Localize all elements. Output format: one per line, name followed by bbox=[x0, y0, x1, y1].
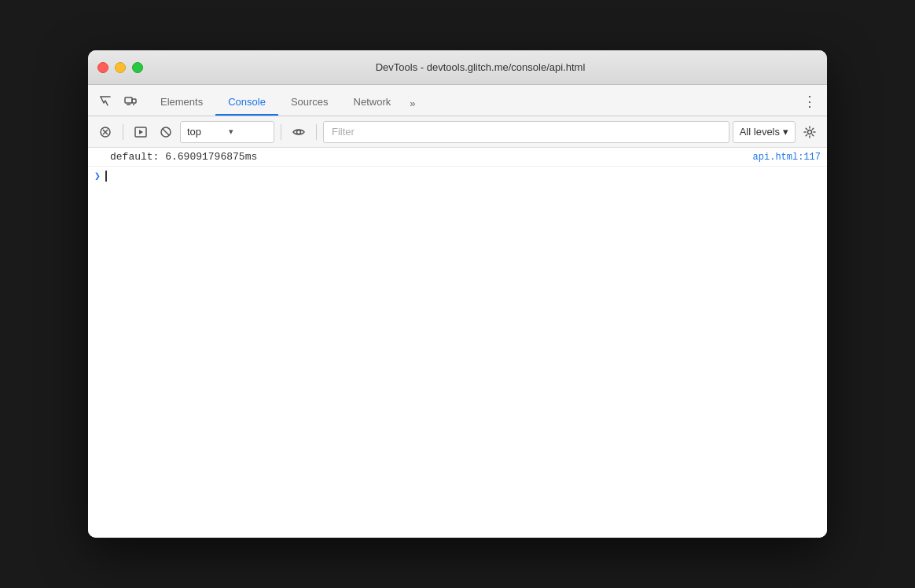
svg-point-12 bbox=[808, 130, 812, 134]
context-selector[interactable]: top ▾ bbox=[180, 121, 274, 143]
tab-sources[interactable]: Sources bbox=[278, 91, 341, 116]
toolbar-divider-3 bbox=[316, 124, 317, 140]
log-source-link[interactable]: api.html:117 bbox=[753, 152, 821, 163]
maximize-button[interactable] bbox=[132, 62, 143, 73]
toolbar-divider-2 bbox=[281, 124, 281, 140]
prompt-arrow-icon[interactable]: ❯ bbox=[94, 170, 101, 182]
tab-bar: Elements Console Sources Network » ⋮ bbox=[88, 85, 827, 116]
device-toolbar-button[interactable] bbox=[119, 90, 141, 112]
toolbar-divider-1 bbox=[123, 124, 123, 140]
devtools-window: DevTools - devtools.glitch.me/console/ap… bbox=[88, 50, 827, 538]
clear-console-button[interactable] bbox=[94, 121, 116, 143]
tab-network[interactable]: Network bbox=[341, 91, 404, 116]
svg-line-10 bbox=[163, 129, 169, 135]
tab-bar-right: ⋮ bbox=[799, 90, 821, 116]
svg-rect-1 bbox=[132, 99, 136, 103]
inspect-icon-button[interactable] bbox=[94, 90, 116, 112]
levels-arrow-icon: ▾ bbox=[783, 126, 788, 138]
tab-console[interactable]: Console bbox=[215, 91, 278, 116]
log-levels-button[interactable]: All levels ▾ bbox=[733, 121, 796, 143]
context-selector-arrow: ▾ bbox=[229, 127, 267, 137]
close-button[interactable] bbox=[97, 62, 108, 73]
console-toolbar: top ▾ All levels ▾ bbox=[88, 116, 827, 148]
tab-elements[interactable]: Elements bbox=[148, 91, 215, 116]
tab-bar-icons bbox=[94, 90, 141, 116]
console-input-line: ❯ bbox=[88, 167, 827, 186]
minimize-button[interactable] bbox=[115, 62, 126, 73]
devtools-menu-button[interactable]: ⋮ bbox=[799, 90, 821, 112]
tabs: Elements Console Sources Network » bbox=[148, 91, 799, 116]
log-message: default: 6.69091796875ms bbox=[94, 151, 747, 163]
eye-icon-button[interactable] bbox=[288, 121, 310, 143]
svg-point-11 bbox=[297, 130, 301, 134]
console-settings-button[interactable] bbox=[799, 121, 821, 143]
traffic-lights bbox=[97, 62, 143, 73]
svg-rect-0 bbox=[125, 97, 132, 103]
filter-input[interactable] bbox=[323, 121, 729, 143]
log-entry: default: 6.69091796875ms api.html:117 bbox=[88, 148, 827, 167]
window-title: DevTools - devtools.glitch.me/console/ap… bbox=[143, 61, 818, 73]
console-output: default: 6.69091796875ms api.html:117 ❯ bbox=[88, 148, 827, 538]
cursor bbox=[105, 171, 107, 182]
title-bar: DevTools - devtools.glitch.me/console/ap… bbox=[88, 50, 827, 85]
play-icon-button[interactable] bbox=[130, 121, 152, 143]
more-tabs-button[interactable]: » bbox=[403, 93, 421, 116]
block-icon-button[interactable] bbox=[155, 121, 177, 143]
svg-marker-8 bbox=[139, 130, 143, 134]
